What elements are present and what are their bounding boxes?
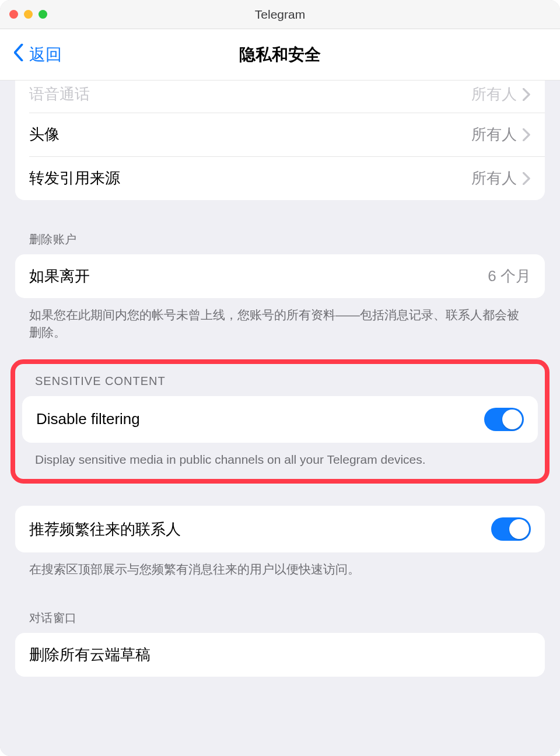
minimize-window-button[interactable] xyxy=(24,10,33,19)
row-label: 删除所有云端草稿 xyxy=(29,645,150,665)
maximize-window-button[interactable] xyxy=(38,10,47,19)
disable-filtering-row[interactable]: Disable filtering xyxy=(22,396,538,443)
back-button[interactable]: 返回 xyxy=(14,44,62,66)
app-window: Telegram 返回 隐私和安全 语音通话 所有人 头像 所有人 xyxy=(0,0,560,756)
spacer xyxy=(0,484,560,506)
row-label: 语音通话 xyxy=(29,84,90,104)
row-label: 推荐频繁往来的联系人 xyxy=(29,519,181,540)
row-label: Disable filtering xyxy=(36,410,140,428)
row-label: 头像 xyxy=(29,124,60,145)
avatar-row[interactable]: 头像 所有人 xyxy=(15,113,545,156)
frequent-contacts-group: 推荐频繁往来的联系人 xyxy=(15,506,545,552)
delete-account-header: 删除账户 xyxy=(29,232,531,247)
close-window-button[interactable] xyxy=(9,10,18,19)
sensitive-content-highlight: SENSITIVE CONTENT Disable filtering Disp… xyxy=(10,359,550,484)
row-value: 所有人 xyxy=(471,84,531,104)
if-away-row[interactable]: 如果离开 6 个月 xyxy=(15,254,545,298)
traffic-lights xyxy=(9,10,47,19)
disable-filtering-toggle[interactable] xyxy=(484,408,524,431)
delete-cloud-drafts-row[interactable]: 删除所有云端草稿 xyxy=(15,633,545,677)
chat-window-header: 对话窗口 xyxy=(29,610,531,626)
delete-account-footer: 如果您在此期间内您的帐号未曾上线，您账号的所有资料——包括消息记录、联系人都会被… xyxy=(29,306,531,342)
row-value: 所有人 xyxy=(471,124,531,145)
window-title: Telegram xyxy=(0,8,560,22)
frequent-contacts-footer: 在搜索区顶部展示与您频繁有消息往来的用户以便快速访问。 xyxy=(29,561,531,578)
chevron-right-icon xyxy=(523,172,531,185)
titlebar: Telegram xyxy=(0,0,560,29)
navbar: 返回 隐私和安全 xyxy=(0,29,560,80)
row-label: 如果离开 xyxy=(29,266,90,286)
frequent-contacts-row[interactable]: 推荐频繁往来的联系人 xyxy=(15,506,545,552)
chevron-right-icon xyxy=(523,128,531,141)
sensitive-content-header: SENSITIVE CONTENT xyxy=(35,374,525,388)
delete-account-group: 如果离开 6 个月 xyxy=(15,254,545,298)
chevron-left-icon xyxy=(14,44,24,65)
row-value: 6 个月 xyxy=(488,266,531,286)
content-scroll[interactable]: 语音通话 所有人 头像 所有人 转发引用来源 所有人 xyxy=(0,80,560,756)
chat-window-group: 删除所有云端草稿 xyxy=(15,633,545,677)
voice-calls-row[interactable]: 语音通话 所有人 xyxy=(15,80,545,113)
frequent-contacts-toggle[interactable] xyxy=(491,517,531,541)
privacy-group: 语音通话 所有人 头像 所有人 转发引用来源 所有人 xyxy=(15,80,545,200)
chevron-right-icon xyxy=(523,88,531,101)
sensitive-content-footer: Display sensitive media in public channe… xyxy=(35,451,525,468)
sensitive-content-group: Disable filtering xyxy=(22,396,538,443)
back-label: 返回 xyxy=(29,44,62,66)
row-value: 所有人 xyxy=(471,168,531,188)
row-label: 转发引用来源 xyxy=(29,168,120,188)
page-title: 隐私和安全 xyxy=(0,44,560,66)
forward-citation-row[interactable]: 转发引用来源 所有人 xyxy=(15,156,545,200)
